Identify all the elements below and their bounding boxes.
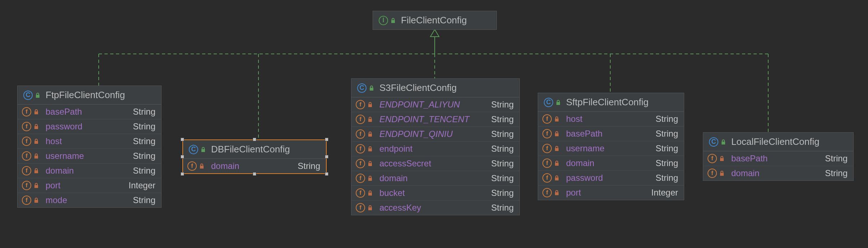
field-name: domain bbox=[731, 168, 816, 178]
field-row[interactable]: fhostString bbox=[18, 134, 161, 149]
field-icon: f bbox=[22, 151, 31, 161]
field-row[interactable]: fENDPOINT_TENCENTString bbox=[351, 112, 519, 127]
field-type: String bbox=[491, 173, 514, 183]
field-row[interactable]: fdomainString bbox=[538, 156, 684, 171]
field-row[interactable]: fportInteger bbox=[18, 178, 161, 193]
field-type: String bbox=[133, 166, 155, 176]
lock-icon bbox=[33, 183, 39, 188]
field-icon: f bbox=[22, 166, 31, 175]
field-type: String bbox=[655, 143, 678, 153]
field-icon: f bbox=[356, 100, 365, 109]
field-row[interactable]: fbucketString bbox=[351, 186, 519, 201]
field-icon: f bbox=[22, 137, 31, 146]
field-icon: f bbox=[542, 129, 552, 138]
field-type: String bbox=[133, 195, 155, 205]
box-s3fileclientconfig[interactable]: C S3FileClientConfig fENDPOINT_ALIYUNStr… bbox=[351, 78, 520, 215]
field-icon: f bbox=[22, 122, 31, 131]
field-name: username bbox=[566, 143, 647, 153]
uml-diagram: I FileClientConfig C FtpFileClientConfig… bbox=[0, 0, 868, 248]
field-icon: f bbox=[22, 196, 31, 205]
field-row[interactable]: fdomainString bbox=[183, 159, 326, 173]
field-row[interactable]: fbasePathString bbox=[538, 127, 684, 141]
field-row[interactable]: fusernameString bbox=[18, 149, 161, 164]
field-type: String bbox=[825, 168, 848, 178]
field-row[interactable]: fmodeString bbox=[18, 193, 161, 207]
field-icon: f bbox=[356, 174, 365, 183]
box-title-label: FileClientConfig bbox=[401, 15, 467, 26]
field-row[interactable]: fENDPOINT_QINIUString bbox=[351, 127, 519, 142]
box-localfileclientconfig[interactable]: C LocalFileClientConfig fbasePathStringf… bbox=[703, 132, 854, 181]
lock-icon bbox=[35, 92, 41, 98]
field-name: domain bbox=[211, 161, 289, 171]
selection-handle[interactable] bbox=[181, 138, 184, 141]
field-name: port bbox=[46, 180, 120, 190]
field-row[interactable]: faccessKeyString bbox=[351, 201, 519, 215]
field-name: bucket bbox=[379, 188, 482, 198]
selection-handle[interactable] bbox=[325, 172, 328, 176]
field-list: fENDPOINT_ALIYUNStringfENDPOINT_TENCENTS… bbox=[351, 97, 519, 215]
field-icon: f bbox=[542, 159, 552, 168]
field-row[interactable]: fpasswordString bbox=[18, 119, 161, 134]
field-icon: f bbox=[356, 188, 365, 198]
lock-icon bbox=[554, 116, 560, 122]
selection-handle[interactable] bbox=[253, 172, 256, 176]
box-fileclientconfig[interactable]: I FileClientConfig bbox=[373, 11, 497, 30]
field-row[interactable]: fpasswordString bbox=[538, 171, 684, 185]
box-title: I FileClientConfig bbox=[373, 11, 496, 29]
box-dbfileclientconfig[interactable]: C DBFileClientConfig fdomainString bbox=[182, 139, 327, 174]
field-row[interactable]: fhostString bbox=[538, 112, 684, 127]
field-type: String bbox=[825, 153, 848, 164]
field-row[interactable]: fbasePathString bbox=[703, 151, 853, 166]
selection-handle[interactable] bbox=[253, 138, 256, 141]
box-sftpfileclientconfig[interactable]: C SftpFileClientConfig fhostStringfbaseP… bbox=[538, 93, 684, 200]
field-type: String bbox=[655, 173, 678, 183]
field-icon: f bbox=[542, 114, 552, 124]
field-list: fdomainString bbox=[183, 159, 326, 173]
field-icon: f bbox=[542, 188, 552, 197]
field-icon: f bbox=[356, 159, 365, 168]
field-name: domain bbox=[46, 166, 124, 176]
lock-icon bbox=[555, 100, 561, 105]
field-name: accessSecret bbox=[379, 159, 482, 169]
field-row[interactable]: fportInteger bbox=[538, 185, 684, 200]
field-row[interactable]: fENDPOINT_ALIYUNString bbox=[351, 97, 519, 112]
box-ftpfileclientconfig[interactable]: C FtpFileClientConfig fbasePathStringfpa… bbox=[17, 86, 162, 208]
lock-icon bbox=[554, 190, 560, 196]
field-icon: f bbox=[356, 203, 365, 212]
field-name: endpoint bbox=[379, 144, 482, 154]
field-row[interactable]: fusernameString bbox=[538, 141, 684, 156]
field-type: String bbox=[655, 114, 678, 124]
field-name: mode bbox=[46, 195, 124, 205]
field-list: fhostStringfbasePathStringfusernameStrin… bbox=[538, 112, 684, 200]
field-row[interactable]: fdomainString bbox=[703, 166, 853, 180]
field-list: fbasePathStringfdomainString bbox=[703, 151, 853, 180]
field-type: String bbox=[491, 188, 514, 198]
field-name: basePath bbox=[566, 129, 647, 139]
field-name: domain bbox=[566, 158, 647, 168]
lock-icon bbox=[200, 147, 206, 152]
selection-handle[interactable] bbox=[325, 155, 328, 159]
field-type: Integer bbox=[651, 188, 678, 198]
selection-handle[interactable] bbox=[181, 155, 184, 159]
box-title-label: SftpFileClientConfig bbox=[566, 97, 649, 108]
lock-icon bbox=[367, 116, 373, 122]
field-type: String bbox=[655, 129, 678, 139]
field-row[interactable]: fendpointString bbox=[351, 142, 519, 156]
field-name: accessKey bbox=[379, 203, 482, 213]
field-row[interactable]: fbasePathString bbox=[18, 105, 161, 119]
field-row[interactable]: faccessSecretString bbox=[351, 156, 519, 171]
lock-icon bbox=[367, 205, 373, 211]
field-type: String bbox=[491, 100, 514, 110]
selection-handle[interactable] bbox=[181, 172, 184, 176]
selection-handle[interactable] bbox=[325, 138, 328, 141]
field-name: ENDPOINT_TENCENT bbox=[379, 114, 482, 124]
lock-icon bbox=[367, 190, 373, 196]
field-row[interactable]: fdomainString bbox=[18, 164, 161, 178]
field-name: ENDPOINT_ALIYUN bbox=[379, 100, 482, 110]
field-type: Integer bbox=[129, 180, 155, 190]
field-row[interactable]: fdomainString bbox=[351, 171, 519, 186]
lock-icon bbox=[719, 156, 725, 161]
field-type: String bbox=[491, 203, 514, 213]
interface-icon: I bbox=[379, 16, 388, 25]
class-icon: C bbox=[357, 83, 367, 93]
